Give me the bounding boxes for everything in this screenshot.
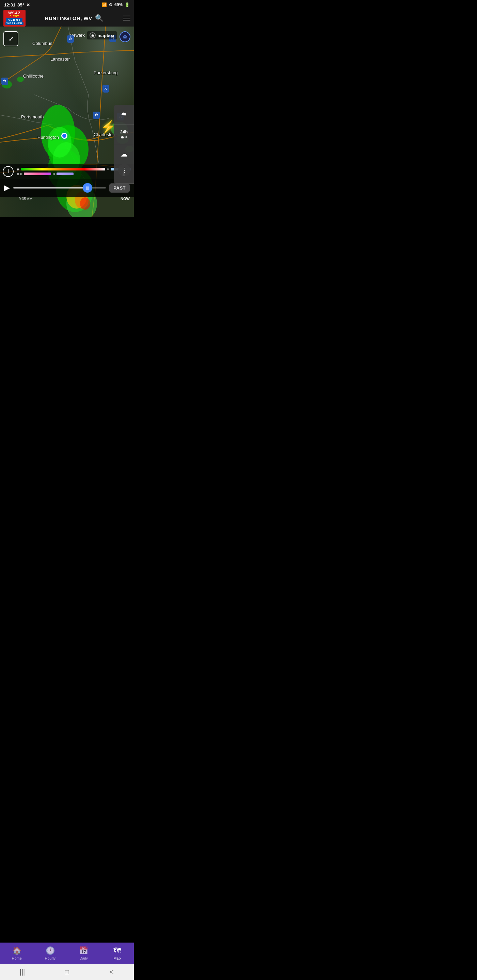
timeline-track[interactable]: ||| <box>13 187 106 189</box>
past-button[interactable]: PAST <box>109 183 130 192</box>
timeline-labels: 9:35 AM NOW <box>0 197 134 204</box>
snow-legend-icon: ❄ <box>107 167 109 171</box>
interstate-77-south: 77 <box>93 111 100 119</box>
search-icon[interactable]: 🔍 <box>95 14 104 22</box>
cloud-icon: ☁ <box>120 150 128 159</box>
status-bar: 12:31 85° ✕ 📶 ⊘ 69% 🔋 <box>0 0 134 10</box>
mapbox-compass-icon: ◉ <box>89 32 96 38</box>
precip-icon: 🌧 <box>121 111 127 118</box>
rain-legend-icon: 🌧 <box>16 167 20 171</box>
app-logo: WSAZ FIRST ALERT WEATHER <box>3 10 26 27</box>
nav-bar: WSAZ FIRST ALERT WEATHER HUNTINGTON, WV … <box>0 10 134 27</box>
mapbox-logo: ◉ mapbox <box>87 31 117 40</box>
play-icon: ▶ <box>4 183 10 192</box>
lightning-indicator: ⚡ <box>101 120 116 134</box>
status-right: 📶 ⊘ 69% 🔋 <box>102 2 130 7</box>
cloud-layer-button[interactable]: ☁ <box>114 144 134 164</box>
wifi-icon: 📶 <box>102 2 107 7</box>
logo-first-text: FIRST <box>10 15 19 18</box>
battery-percent: 69% <box>115 2 123 7</box>
precipitation-layer-button[interactable]: 🌧 <box>114 105 134 124</box>
lightning-icon: ⚡ <box>101 120 116 134</box>
more-options-button[interactable]: ⋮ <box>118 164 131 176</box>
timeline-now-label: NOW <box>121 197 130 204</box>
24h-sub-icon: 🌧❄ <box>121 135 127 140</box>
timeline-thumb[interactable]: ||| <box>83 183 92 192</box>
mixed-precip-gradient <box>24 172 51 175</box>
mapbox-text: mapbox <box>97 33 115 38</box>
snow-gradient-bar <box>56 172 73 175</box>
interstate-77-mid: 77 <box>102 85 110 92</box>
timeline-thumb-icon: ||| <box>86 186 89 190</box>
do-not-disturb-icon: ⊘ <box>109 2 112 7</box>
logo-weather-text: WEATHER <box>5 22 24 25</box>
info-icon: i <box>8 169 9 175</box>
location-text: HUNTINGTON, WV <box>45 15 92 21</box>
interstate-71: 71 <box>1 78 8 85</box>
status-left: 12:31 85° ✕ <box>4 2 30 8</box>
user-location-dot <box>61 133 67 139</box>
logo-wsaz-text: WSAZ <box>8 11 21 15</box>
mixed-precip-icon: 🌧❄ <box>16 172 22 176</box>
status-temperature: 85° <box>18 2 24 8</box>
location-display[interactable]: HUNTINGTON, WV 🔍 <box>45 14 104 22</box>
menu-button[interactable] <box>123 16 131 21</box>
24h-layer-button[interactable]: 24h 🌧❄ <box>114 124 134 144</box>
info-button[interactable]: i <box>3 166 14 177</box>
current-location-button[interactable]: ◎ <box>120 31 131 42</box>
status-close-icon: ✕ <box>26 2 30 8</box>
past-label: PAST <box>113 185 126 191</box>
logo-alert-text: ALERT <box>6 18 22 22</box>
expand-map-button[interactable]: ⤢ <box>3 31 18 46</box>
snow2-legend-icon: ❄ <box>53 172 55 176</box>
expand-icon: ⤢ <box>8 35 14 43</box>
24h-label: 24h <box>120 129 128 134</box>
location-icon: ◎ <box>123 34 127 40</box>
rain-gradient-bar <box>21 168 105 170</box>
timeline-start-time: 9:35 AM <box>19 197 32 204</box>
status-time: 12:31 <box>4 2 15 8</box>
interstate-70: 70 <box>67 35 74 43</box>
play-button[interactable]: ▶ <box>4 183 10 192</box>
battery-icon: 🔋 <box>124 2 130 7</box>
map-view[interactable]: Newark Columbus Lancaster Chillicothe Pa… <box>0 27 134 217</box>
timeline-progress-fill <box>13 187 88 189</box>
more-icon: ⋮ <box>121 166 127 174</box>
